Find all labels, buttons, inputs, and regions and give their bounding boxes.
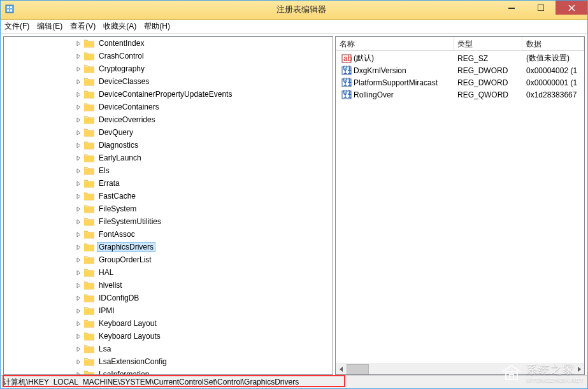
tree-item[interactable]: IPMI xyxy=(4,304,333,317)
tree-expander-icon[interactable] xyxy=(75,205,83,213)
value-name: DxgKrnlVersion xyxy=(354,66,406,75)
tree-expander-icon[interactable] xyxy=(75,281,83,289)
tree-item-label: ContentIndex xyxy=(97,38,146,48)
tree-item[interactable]: FastCache xyxy=(4,190,333,202)
tree-item[interactable]: IDConfigDB xyxy=(4,292,333,304)
tree-expander-icon[interactable] xyxy=(75,129,83,136)
svg-rect-0 xyxy=(6,5,13,13)
value-type: REG_SZ xyxy=(454,54,522,63)
tree-expander-icon[interactable] xyxy=(75,269,83,276)
tree-expander-icon[interactable] xyxy=(75,192,83,200)
column-type[interactable]: 类型 xyxy=(454,37,522,50)
tree-expander-icon[interactable] xyxy=(75,218,83,225)
list-row[interactable]: ab(默认)REG_SZ(数值未设置) xyxy=(336,52,584,64)
tree-item[interactable]: hivelist xyxy=(4,279,333,292)
menu-edit[interactable]: 编辑(E) xyxy=(37,21,62,32)
tree-item[interactable]: DeviceOverrides xyxy=(4,113,333,126)
svg-text:110: 110 xyxy=(343,79,352,88)
svg-marker-21 xyxy=(578,367,581,372)
tree-expander-icon[interactable] xyxy=(75,180,83,187)
svg-rect-6 xyxy=(538,4,544,11)
tree-item[interactable]: LsaInformation xyxy=(4,368,333,374)
tree-expander-icon[interactable] xyxy=(75,332,83,340)
tree-expander-icon[interactable] xyxy=(75,230,83,238)
minimize-button[interactable] xyxy=(497,1,526,15)
tree-item[interactable]: DeviceClasses xyxy=(4,75,333,88)
tree-expander-icon[interactable] xyxy=(75,52,83,60)
tree-item[interactable]: HAL xyxy=(4,266,333,279)
menu-favorites[interactable]: 收藏夹(A) xyxy=(103,21,136,32)
menu-help[interactable]: 帮助(H) xyxy=(144,21,170,32)
scroll-left-arrow[interactable] xyxy=(336,364,347,375)
list-body[interactable]: ab(默认)REG_SZ(数值未设置)011110DxgKrnlVersionR… xyxy=(336,51,584,101)
tree-item-label: Cryptography xyxy=(97,64,147,74)
tree-item[interactable]: Keyboard Layouts xyxy=(4,330,333,343)
svg-marker-20 xyxy=(340,367,343,372)
tree-expander-icon[interactable] xyxy=(75,141,83,149)
horizontal-scrollbar[interactable] xyxy=(336,364,584,374)
tree-item[interactable]: Cryptography xyxy=(4,62,333,75)
list-row[interactable]: 011110PlatformSupportMiracastREG_DWORD0x… xyxy=(336,76,584,88)
menu-file[interactable]: 文件(F) xyxy=(4,21,29,32)
tree-view[interactable]: ContentIndexCrashControlCryptographyDevi… xyxy=(4,37,333,374)
tree-expander-icon[interactable] xyxy=(75,307,83,315)
list-pane[interactable]: 名称 类型 数据 ab(默认)REG_SZ(数值未设置)011110DxgKrn… xyxy=(335,36,585,375)
tree-item[interactable]: EarlyLaunch xyxy=(4,152,333,164)
tree-item[interactable]: FontAssoc xyxy=(4,228,333,241)
tree-item[interactable]: DevQuery xyxy=(4,126,333,139)
titlebar[interactable]: 注册表编辑器 xyxy=(1,1,587,20)
tree-item[interactable]: ContentIndex xyxy=(4,37,333,50)
tree-expander-icon[interactable] xyxy=(75,167,83,174)
tree-item[interactable]: FileSystemUtilities xyxy=(4,215,333,228)
window-controls xyxy=(497,1,587,15)
tree-item[interactable]: Keyboard Layout xyxy=(4,317,333,330)
value-name: RollingOver xyxy=(354,90,394,99)
tree-expander-icon[interactable] xyxy=(75,65,83,73)
scroll-track[interactable] xyxy=(347,364,573,375)
tree-expander-icon[interactable] xyxy=(75,358,83,365)
tree-expander-icon[interactable] xyxy=(75,256,83,264)
column-name[interactable]: 名称 xyxy=(336,37,454,50)
tree-expander-icon[interactable] xyxy=(75,320,83,327)
tree-item[interactable]: Errata xyxy=(4,177,333,190)
tree-item[interactable]: DeviceContainerPropertyUpdateEvents xyxy=(4,88,333,101)
tree-item-label: DevQuery xyxy=(97,127,135,138)
scroll-right-arrow[interactable] xyxy=(573,364,584,375)
tree-expander-icon[interactable] xyxy=(75,154,83,162)
maximize-button[interactable] xyxy=(526,1,556,15)
tree-expander-icon[interactable] xyxy=(75,243,83,251)
tree-item-label: LsaExtensionConfig xyxy=(97,357,169,367)
tree-item-label: DeviceContainerPropertyUpdateEvents xyxy=(97,89,234,99)
list-row[interactable]: 011110RollingOverREG_QWORD0x1d28383667 xyxy=(336,88,584,101)
tree-item[interactable]: Lsa xyxy=(4,343,333,355)
tree-pane[interactable]: ContentIndexCrashControlCryptographyDevi… xyxy=(3,36,333,375)
value-type: REG_QWORD xyxy=(454,90,522,99)
tree-expander-icon[interactable] xyxy=(75,116,83,124)
tree-item[interactable]: GroupOrderList xyxy=(4,253,333,266)
tree-item-label: HAL xyxy=(97,267,115,278)
menu-view[interactable]: 查看(V) xyxy=(70,21,96,32)
tree-item[interactable]: DeviceContainers xyxy=(4,101,333,113)
tree-expander-icon[interactable] xyxy=(75,294,83,302)
tree-item[interactable]: GraphicsDrivers xyxy=(4,241,333,253)
tree-expander-icon[interactable] xyxy=(75,345,83,353)
tree-expander-icon[interactable] xyxy=(75,103,83,111)
svg-rect-5 xyxy=(508,8,515,9)
tree-item-label: Lsa xyxy=(97,344,113,354)
tree-item[interactable]: FileSystem xyxy=(4,202,333,215)
tree-item[interactable]: CrashControl xyxy=(4,50,333,62)
list-row[interactable]: 011110DxgKrnlVersionREG_DWORD0x00004002 … xyxy=(336,64,584,76)
tree-item-label: GroupOrderList xyxy=(97,255,154,265)
scroll-thumb[interactable] xyxy=(347,364,369,375)
tree-item[interactable]: Diagnostics xyxy=(4,139,333,152)
close-button[interactable] xyxy=(556,1,587,15)
tree-expander-icon[interactable] xyxy=(75,90,83,98)
tree-expander-icon[interactable] xyxy=(75,371,83,374)
tree-expander-icon[interactable] xyxy=(75,39,83,47)
tree-item[interactable]: Els xyxy=(4,164,333,177)
column-data[interactable]: 数据 xyxy=(522,37,584,50)
tree-expander-icon[interactable] xyxy=(75,78,83,85)
tree-item-label: Els xyxy=(97,166,111,176)
tree-item[interactable]: LsaExtensionConfig xyxy=(4,355,333,368)
tree-item-label: Diagnostics xyxy=(97,140,140,150)
